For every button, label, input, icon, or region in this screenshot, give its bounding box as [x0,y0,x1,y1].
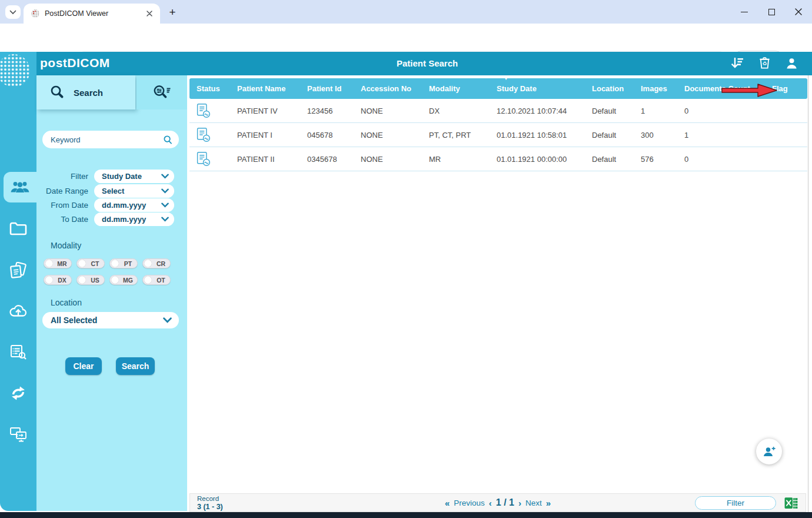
table-body: PATIENT IV 123456 NONE DX 12.10.2021 10:… [189,99,807,171]
maximize-button[interactable] [758,0,785,24]
add-user-icon [762,444,776,459]
header-actions: ♻ [730,55,799,71]
col-patient-id[interactable]: Patient Id [300,84,354,93]
sort-desc-icon: ▼ [504,76,508,81]
download-queue-button[interactable] [730,55,745,71]
browser-tabstrip: PostDICOM Viewer + [0,0,812,24]
table-row[interactable]: PATIENT I 045678 NONE PT, CT, PRT 01.01.… [189,123,807,147]
location-label: Location [51,298,82,307]
status-cell[interactable] [189,103,230,119]
date-range-row: Date Range Select [36,184,187,198]
next-page-button[interactable]: Next [525,499,542,507]
sidebar-item-folders[interactable] [0,215,36,241]
modality-toggle-pt[interactable]: PT [109,258,138,268]
annotation-arrow [721,83,778,98]
sidebar-item-patients[interactable] [4,172,36,202]
cloud-upload-icon [9,304,28,318]
keyword-input[interactable] [51,135,163,144]
last-page-icon[interactable]: » [546,498,551,508]
col-patient-name[interactable]: Patient Name [230,84,300,93]
add-patient-fab[interactable] [756,439,782,464]
tab-search-chevron-button[interactable] [5,5,21,19]
app-logo-mark [0,53,33,89]
previous-page-button[interactable]: Previous [454,499,485,507]
trash-recycle-icon: ♻ [758,56,771,70]
sidebar-item-upload[interactable] [0,298,36,324]
recycle-bin-button[interactable]: ♻ [757,55,772,71]
pagination: « Previous ‹ 1 / 1 › Next » [445,497,551,508]
browser-tab[interactable]: PostDICOM Viewer [24,4,160,24]
to-date-select[interactable]: dd.mm.yyyy [94,212,174,226]
col-location[interactable]: Location [585,84,634,93]
to-date-label: To Date [36,215,94,224]
tab-advanced-search[interactable] [137,75,187,109]
modality-cell: DX [422,107,490,115]
status-cell[interactable] [189,127,230,143]
location-select[interactable]: All Selected [42,312,179,328]
device-share-icon [9,427,27,442]
date-range-select[interactable]: Select [94,184,174,198]
modality-toggle-dx[interactable]: DX [44,275,72,285]
keyword-search-icon[interactable] [163,135,173,145]
clear-button[interactable]: Clear [65,357,102,375]
study-date-cell: 01.01.1921 10:58:01 [490,131,585,140]
folder-icon [9,221,27,235]
patients-group-icon [10,180,30,195]
export-excel-button[interactable] [784,496,798,510]
study-status-icon [195,151,211,167]
col-status[interactable]: Status [189,84,230,93]
next-page-icon[interactable]: › [518,498,521,508]
col-images[interactable]: Images [634,84,677,93]
filter-select[interactable]: Study Date [94,170,174,183]
close-button[interactable] [785,0,812,24]
images-cell: 300 [634,131,677,140]
chevron-down-icon [161,174,169,179]
sidebar-item-worklist[interactable] [0,339,36,365]
table-row[interactable]: PATIENT IV 123456 NONE DX 12.10.2021 10:… [189,99,807,123]
accession-cell: NONE [354,155,422,164]
col-accession-no[interactable]: Accession No [354,84,422,93]
window-controls [731,0,812,24]
sidebar-item-records[interactable] [0,258,36,284]
keyword-field-wrap [42,131,179,148]
minimize-button[interactable] [731,0,758,24]
modality-toggle-ot[interactable]: OT [142,275,171,285]
excel-icon [784,496,798,510]
sidebar-item-sync[interactable] [0,380,36,406]
previous-page-icon[interactable]: ‹ [489,498,492,508]
modality-label: Modality [51,241,81,250]
first-page-icon[interactable]: « [445,498,450,508]
footer-filter-button[interactable]: Filter [695,496,776,510]
tab-title: PostDICOM Viewer [45,9,140,18]
table-footer: Record 3 (1 - 3) « Previous ‹ 1 / 1 › Ne… [189,493,806,512]
maximize-icon [768,9,775,15]
study-date-cell: 12.10.2021 10:07:44 [490,107,585,115]
table-row[interactable]: PATIENT II 0345678 NONE MR 01.01.1921 00… [189,147,807,171]
chevron-down-icon [161,202,169,208]
patient-id-cell: 045678 [300,131,354,140]
modality-toggle-mg[interactable]: MG [109,275,138,285]
from-date-select[interactable]: dd.mm.yyyy [94,198,174,212]
documents-cell: 0 [677,107,765,115]
app-logo: postDICOM [40,56,110,70]
modality-toggle-cr[interactable]: CR [142,258,171,268]
tab-close-icon[interactable] [145,9,154,18]
table-header: Status Patient Name Patient Id Accession… [189,78,807,99]
user-account-button[interactable] [784,55,799,71]
sidebar-item-share[interactable] [0,421,36,447]
chevron-down-icon [163,317,172,323]
chevron-down-icon [161,188,169,194]
col-study-date[interactable]: ▼Study Date [490,84,585,93]
tab-basic-search[interactable]: Search [36,75,135,109]
minimize-icon [741,12,748,12]
toggle-dot [78,260,86,267]
page-title: Patient Search [397,58,458,68]
col-modality[interactable]: Modality [422,84,490,93]
status-cell[interactable] [189,151,230,167]
new-tab-button[interactable]: + [166,6,179,19]
search-button[interactable]: Search [116,357,155,375]
modality-toggle-us[interactable]: US [76,275,105,285]
modality-toggle-mr[interactable]: MR [44,258,72,268]
study-date-cell: 01.01.1921 00:00:00 [490,155,585,164]
modality-toggle-ct[interactable]: CT [76,258,105,268]
